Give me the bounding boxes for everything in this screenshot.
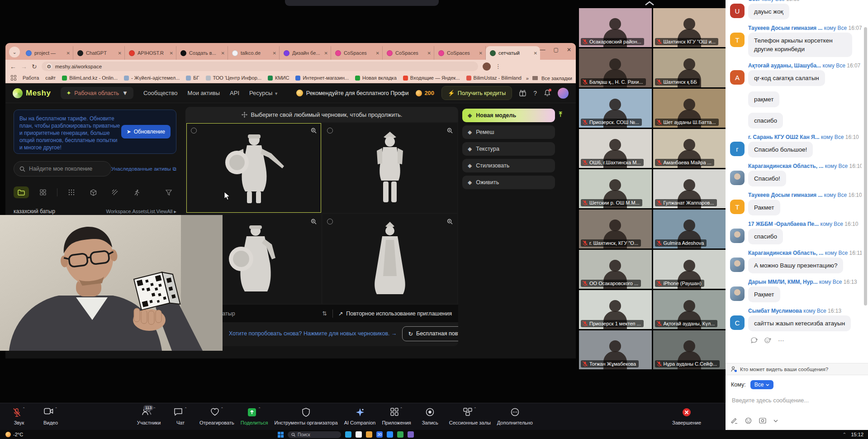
weather-widget[interactable]: -2°C: [5, 432, 23, 437]
browser-tab[interactable]: talkco.de ✕: [228, 46, 280, 60]
chevron-up-icon[interactable]: ⌃: [221, 407, 224, 411]
retry-hint-link[interactable]: Хотите попробовать снова? Нажмите для но…: [229, 330, 397, 337]
window-controls[interactable]: — ▢ ✕: [540, 47, 571, 53]
chevron-up-icon[interactable]: ⌃: [474, 407, 477, 411]
maximize-icon[interactable]: ▢: [554, 47, 559, 53]
all-bookmarks-label[interactable]: Все закладки: [541, 76, 572, 81]
assets-breadcrumb[interactable]: Workspace.AssetsList.ViewAll ▸: [106, 209, 176, 215]
chevron-up-icon[interactable]: ⌃: [153, 407, 156, 411]
participant-video[interactable]: Балқаш қ., Н. С. Рахи...: [579, 48, 652, 87]
forward-icon[interactable]: →: [21, 63, 27, 70]
all-assets-button[interactable]: [64, 186, 79, 198]
toolbar-react[interactable]: ⌃ Отреагировать: [199, 408, 234, 425]
chevron-up-icon[interactable]: ⌃: [400, 407, 403, 411]
chevron-down-icon[interactable]: [773, 420, 778, 422]
tab-close-icon[interactable]: ✕: [427, 51, 431, 56]
participant-video[interactable]: Шетскии р. ОШ М.М...: [579, 169, 652, 208]
magnify-icon[interactable]: [447, 128, 453, 134]
toolbar-record[interactable]: Запись: [417, 408, 443, 425]
browser-menu-icon[interactable]: ⋮: [495, 63, 501, 70]
models-filter-button[interactable]: [85, 186, 101, 198]
browser-tab[interactable]: Создать в... ✕: [176, 46, 228, 60]
participant-video[interactable]: Приозерск. СОШ №...: [579, 89, 652, 128]
sender-name[interactable]: Ақтоғай ауданы, Шашуба...: [748, 62, 821, 69]
bookmark-item[interactable]: сайт: [45, 75, 56, 81]
bookmarks-overflow-icon[interactable]: »: [526, 76, 529, 81]
bookmark-item[interactable]: BilimLand.kz - Onlin...: [62, 75, 118, 81]
toolbar-video[interactable]: ⌃ Видео: [38, 408, 63, 425]
meshy-action-button[interactable]: ◆ Новая модель: [462, 109, 555, 122]
participant-video[interactable]: Осакаровский район...: [579, 8, 652, 47]
radio-icon[interactable]: [327, 128, 333, 134]
tab-search-icon[interactable]: ⌄: [9, 47, 20, 57]
browser-profile-avatar[interactable]: [483, 62, 491, 71]
sender-name[interactable]: Дарын ММЛИ, КММ, Нур...: [748, 279, 818, 285]
sender-name[interactable]: Сымбат Муслимова: [748, 308, 802, 314]
tab-close-icon[interactable]: ✕: [376, 51, 379, 56]
workspace-menu[interactable]: ✦ Рабочая область ▼: [61, 87, 133, 99]
toolbar-audio[interactable]: ⌃ Звук: [6, 408, 32, 425]
participant-video[interactable]: Гулжанат Жаппаров...: [653, 169, 726, 208]
app-icon[interactable]: [345, 431, 351, 438]
tab-close-icon[interactable]: ✕: [324, 51, 328, 56]
magnify-icon[interactable]: [311, 219, 317, 224]
toolbar-more[interactable]: Дополнительно: [497, 408, 533, 425]
nav-my-assets[interactable]: Мои активы: [187, 90, 220, 96]
filter-button[interactable]: [161, 186, 176, 198]
emoji-add-icon[interactable]: [764, 337, 772, 344]
toolbar-participants[interactable]: ⌃ Участники 113: [136, 408, 161, 425]
toolbar-breakout-rooms[interactable]: ⌃ Сессионные залы: [449, 408, 491, 425]
meshy-action-button[interactable]: ◆ Ремеш: [462, 125, 555, 139]
chevron-up-icon[interactable]: ⌃: [55, 407, 58, 411]
meshy-action-button[interactable]: ◆ Текстура: [462, 142, 555, 156]
chat-message-input[interactable]: [731, 396, 862, 404]
bookmark-item[interactable]: Входящие — Яндек...: [403, 75, 460, 81]
reuse-prompt-button[interactable]: ↗ Повторное использование приглашения: [338, 310, 452, 317]
taskbar-search[interactable]: Поиск: [288, 431, 341, 438]
bookmark-item[interactable]: Работа: [23, 75, 39, 81]
nav-api[interactable]: API: [230, 90, 239, 96]
chat-scrollbar[interactable]: [864, 27, 867, 305]
sender-name[interactable]: Таукеев Досым гимназия ...: [748, 192, 822, 198]
sender-name[interactable]: 17 ЖББМ -Оралбаева Пе...: [748, 221, 819, 227]
stepper-icon[interactable]: ⇅: [322, 310, 327, 317]
tab-close-icon[interactable]: ✕: [170, 51, 173, 56]
sender-name[interactable]: Карагандинская Область, ...: [748, 250, 823, 256]
recipient-select[interactable]: Все: [750, 380, 774, 389]
tab-close-icon[interactable]: ✕: [534, 51, 537, 56]
app-icon[interactable]: [397, 431, 403, 438]
participant-video[interactable]: г. Шахтинск, КГУ "О...: [579, 210, 652, 248]
bell-icon[interactable]: [544, 90, 550, 96]
toolbar-host-tools[interactable]: Инструменты организатора: [274, 408, 337, 425]
bookmark-item[interactable]: - Жүйелі-әдістемел...: [124, 75, 180, 81]
calendar-app-icon[interactable]: 30: [376, 431, 383, 438]
browser-tab[interactable]: сетчатый ✕: [486, 46, 540, 60]
tab-close-icon[interactable]: ✕: [118, 51, 122, 56]
apps-grid-icon[interactable]: [11, 75, 16, 81]
draft-option-4[interactable]: [323, 214, 457, 304]
app-icon[interactable]: [408, 431, 414, 438]
help-icon[interactable]: ?: [533, 90, 537, 97]
tab-close-icon[interactable]: ✕: [221, 51, 225, 56]
browser-tab[interactable]: APIHOST.R ✕: [125, 46, 176, 60]
zoom-app-icon[interactable]: [387, 431, 393, 438]
toolbar-end-meeting[interactable]: Завершение: [672, 408, 701, 425]
radio-icon[interactable]: [327, 219, 333, 224]
participant-video[interactable]: ОШ6, г.Шахтинска М...: [579, 129, 652, 168]
browser-tab[interactable]: CoSpaces ✕: [331, 46, 383, 60]
site-settings-icon[interactable]: ⚙: [46, 63, 52, 69]
bookmark-item[interactable]: БГ: [186, 75, 199, 81]
reload-icon[interactable]: ↻: [32, 63, 37, 70]
upload-icon[interactable]: ⤒: [559, 110, 562, 119]
chevron-up-icon[interactable]: ⌃: [258, 407, 261, 411]
sender-name[interactable]: Таукеев Досым гимназия ...: [748, 25, 822, 31]
upgrade-button[interactable]: ➤ Обновление: [121, 125, 171, 138]
close-icon[interactable]: ✕: [567, 47, 571, 53]
magnify-icon[interactable]: [447, 219, 453, 224]
bookmark-item[interactable]: КМИС: [268, 75, 289, 81]
presenter-video[interactable]: [0, 215, 223, 351]
emoji-icon[interactable]: [745, 417, 752, 424]
gallery-collapse-icon[interactable]: [645, 1, 655, 5]
format-icon[interactable]: [731, 417, 738, 424]
bookmark-item[interactable]: Новая вкладка: [355, 75, 397, 81]
